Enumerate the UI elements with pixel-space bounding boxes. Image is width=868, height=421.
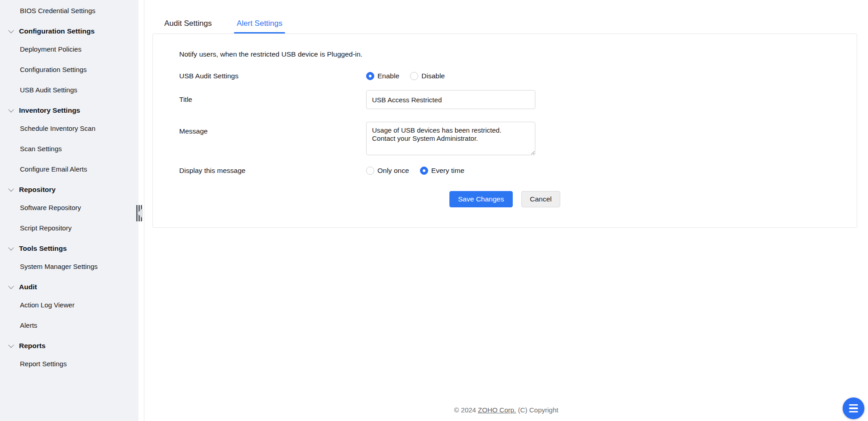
form-actions: Save Changes Cancel — [153, 191, 857, 207]
chevron-down-icon — [8, 283, 14, 289]
copyright-prefix: © 2024 — [454, 406, 478, 414]
title-label: Title — [179, 96, 366, 104]
sidebar-item-software-repository[interactable]: Software Repository — [0, 202, 138, 213]
sidebar-section-configuration-settings[interactable]: Configuration Settings — [0, 26, 138, 36]
display-message-row: Display this message Only once Every tim… — [153, 167, 857, 175]
sidebar-item-schedule-inventory-scan[interactable]: Schedule Inventory Scan — [0, 123, 138, 134]
disable-radio-label: Disable — [421, 72, 445, 80]
radio-unselected-icon — [366, 167, 374, 175]
every-time-radio[interactable]: Every time — [420, 167, 464, 175]
sidebar-section-audit[interactable]: Audit — [0, 282, 138, 292]
display-message-radio-group: Only once Every time — [366, 167, 475, 175]
sidebar-item-configuration-settings[interactable]: Configuration Settings — [0, 64, 138, 75]
sidebar-item-alerts[interactable]: Alerts — [0, 320, 138, 330]
settings-tabs: Audit Settings Alert Settings — [144, 0, 868, 33]
chevron-down-icon — [8, 107, 14, 113]
cancel-button[interactable]: Cancel — [521, 191, 560, 207]
floating-menu-button[interactable] — [843, 397, 864, 419]
usb-audit-radio-group: Enable Disable — [366, 72, 456, 80]
main-content: Audit Settings Alert Settings Notify use… — [144, 0, 868, 421]
title-input[interactable] — [366, 90, 535, 109]
copyright-suffix: (C) Copyright — [516, 406, 558, 414]
sidebar-item-usb-audit-settings[interactable]: USB Audit Settings — [0, 85, 138, 95]
collapse-left-arrow-icon — [137, 209, 142, 218]
sidebar-item-system-manager-settings[interactable]: System Manager Settings — [0, 261, 138, 272]
title-row: Title — [153, 90, 857, 109]
radio-unselected-icon — [410, 72, 418, 80]
disable-radio[interactable]: Disable — [410, 72, 445, 80]
sidebar-section-label: Repository — [19, 184, 56, 195]
chevron-down-icon — [8, 28, 14, 33]
message-textarea[interactable]: Usage of USB devices has been restricted… — [366, 122, 535, 155]
message-label: Message — [179, 122, 366, 135]
sidebar-item-action-log-viewer[interactable]: Action Log Viewer — [0, 300, 138, 310]
hamburger-menu-icon — [849, 404, 858, 413]
sidebar-section-repository[interactable]: Repository — [0, 184, 138, 195]
sidebar-section-label: Audit — [19, 282, 37, 292]
sidebar-section-reports[interactable]: Reports — [0, 340, 138, 351]
usb-audit-settings-row: USB Audit Settings Enable Disable — [153, 72, 857, 80]
enable-radio-label: Enable — [377, 72, 399, 80]
every-time-radio-label: Every time — [431, 167, 464, 175]
sidebar-section-label: Reports — [19, 340, 46, 351]
chevron-down-icon — [8, 186, 14, 192]
sidebar-section-label: Configuration Settings — [19, 26, 95, 36]
enable-radio[interactable]: Enable — [366, 72, 399, 80]
sidebar-item-scan-settings[interactable]: Scan Settings — [0, 144, 138, 154]
sidebar-item-bios-credential-settings[interactable]: BIOS Credential Settings — [0, 5, 138, 16]
only-once-radio-label: Only once — [377, 167, 409, 175]
tab-alert-settings[interactable]: Alert Settings — [237, 19, 282, 33]
only-once-radio[interactable]: Only once — [366, 167, 409, 175]
sidebar-item-configure-email-alerts[interactable]: Configure Email Alerts — [0, 164, 138, 174]
sidebar-item-script-repository[interactable]: Script Repository — [0, 223, 138, 233]
radio-selected-icon — [420, 167, 428, 175]
chevron-down-icon — [8, 245, 14, 251]
sidebar-section-label: Inventory Settings — [19, 105, 80, 115]
sidebar-item-report-settings[interactable]: Report Settings — [0, 359, 138, 369]
sidebar-section-label: Tools Settings — [19, 243, 67, 254]
usb-audit-settings-label: USB Audit Settings — [179, 72, 366, 80]
sidebar-section-tools-settings[interactable]: Tools Settings — [0, 243, 138, 254]
sidebar-collapse-handle[interactable] — [136, 205, 145, 222]
message-row: Message Usage of USB devices has been re… — [153, 122, 857, 155]
copyright-footer: © 2024 ZOHO Corp. (C) Copyright — [144, 406, 868, 414]
alert-settings-panel: Notify users, when the restricted USB de… — [153, 33, 857, 228]
display-message-label: Display this message — [179, 167, 366, 175]
chevron-down-icon — [8, 342, 14, 348]
radio-selected-icon — [366, 72, 374, 80]
save-changes-button[interactable]: Save Changes — [449, 191, 513, 207]
notify-description-text: Notify users, when the restricted USB de… — [153, 50, 857, 58]
settings-sidebar: BIOS Credential Settings Configuration S… — [0, 0, 138, 421]
zoho-corp-link[interactable]: ZOHO Corp. — [478, 406, 516, 414]
sidebar-item-deployment-policies[interactable]: Deployment Policies — [0, 44, 138, 54]
tab-audit-settings[interactable]: Audit Settings — [164, 19, 212, 33]
sidebar-section-inventory-settings[interactable]: Inventory Settings — [0, 105, 138, 115]
